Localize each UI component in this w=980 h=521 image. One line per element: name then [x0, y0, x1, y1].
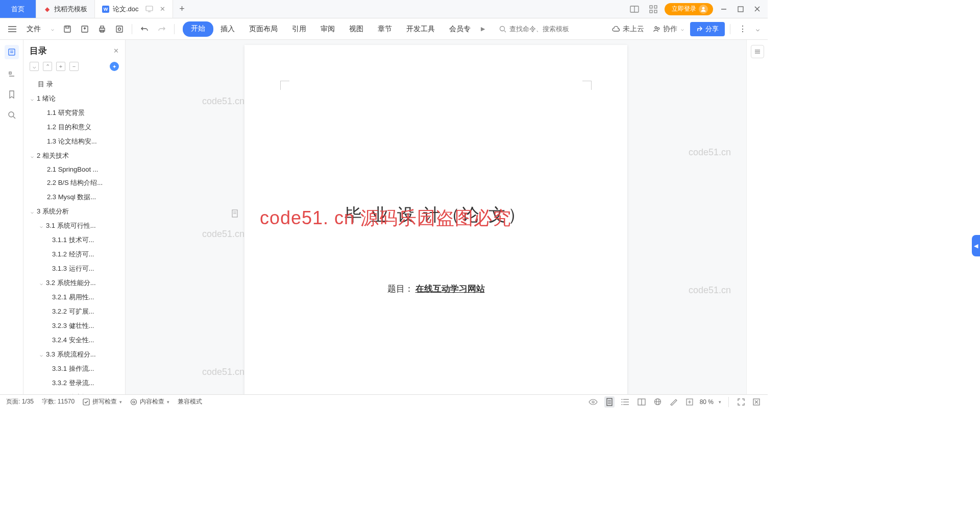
print-icon[interactable]: [95, 23, 109, 35]
zoom-level[interactable]: 80 %: [700, 398, 714, 406]
outline-item[interactable]: ⌵3.2 系统性能分...: [23, 276, 125, 290]
ribbon-tab-start[interactable]: 开始: [183, 21, 213, 37]
toolbar-right: 未上云 协作⌵ 分享 ⋮ ⌵: [609, 22, 763, 36]
page-indicator[interactable]: 页面: 1/35: [6, 397, 34, 406]
more-icon[interactable]: ⋮: [736, 22, 750, 36]
statusbar: 页面: 1/35 字数: 11570 拼写检查▾ 内容检查▾ 兼容模式 80 %…: [0, 394, 768, 409]
outline-item[interactable]: ⌵2 相关技术: [23, 149, 125, 163]
zoom-settings-icon[interactable]: [684, 397, 695, 407]
outline-item[interactable]: ⌵3.3 系统流程分...: [23, 347, 125, 362]
search-input[interactable]: [509, 25, 581, 33]
monitor-icon[interactable]: [145, 6, 153, 12]
add-item-icon[interactable]: +: [56, 62, 65, 71]
svg-point-52: [621, 404, 622, 405]
outline-item[interactable]: 1.1 研究背景: [23, 106, 125, 120]
redo-icon[interactable]: [155, 23, 169, 35]
minimize-icon[interactable]: [717, 4, 730, 15]
outline-item[interactable]: 2.3 Mysql 数据...: [23, 190, 125, 204]
collapse-all-icon[interactable]: ⌵: [30, 62, 39, 71]
outline-item[interactable]: 3.2.3 健壮性...: [23, 319, 125, 333]
export-icon[interactable]: [78, 23, 92, 35]
outline-item[interactable]: 3.3.2 登录流...: [23, 376, 125, 390]
chevron-down-icon[interactable]: ⌵: [48, 24, 57, 34]
ribbon-tab-chapter[interactable]: 章节: [371, 21, 399, 37]
ribbon-tab-layout[interactable]: 页面布局: [242, 21, 285, 37]
tab-home[interactable]: 首页: [0, 0, 36, 18]
outline-item[interactable]: 3.3.3 信息添...: [23, 390, 125, 394]
outline-item[interactable]: 1.2 目的和意义: [23, 120, 125, 134]
outline-item[interactable]: 1.3 论文结构安...: [23, 134, 125, 149]
outline-item[interactable]: 3.2.1 易用性...: [23, 290, 125, 304]
layout-icon[interactable]: [627, 4, 642, 15]
cloud-button[interactable]: 未上云: [609, 22, 647, 36]
right-panel-toggle-icon[interactable]: [751, 45, 764, 58]
save-icon[interactable]: [60, 23, 75, 35]
preview-icon[interactable]: [112, 23, 127, 35]
svg-rect-5: [654, 6, 657, 8]
margin-corner: [280, 81, 289, 90]
svg-point-8: [702, 7, 705, 9]
collab-button[interactable]: 协作⌵: [650, 22, 687, 36]
tab-template[interactable]: ◆ 找稻壳模板: [36, 0, 95, 18]
ruler-icon[interactable]: [668, 397, 679, 407]
collapse-ribbon-icon[interactable]: ⌵: [753, 23, 763, 35]
file-menu[interactable]: 文件: [22, 22, 45, 36]
svg-point-23: [118, 28, 121, 30]
outline-item[interactable]: ⌵3.1 系统可行性...: [23, 219, 125, 233]
command-search[interactable]: [495, 23, 585, 34]
outline-item[interactable]: 3.2.2 可扩展...: [23, 304, 125, 319]
share-button[interactable]: 分享: [690, 22, 725, 36]
word-icon: W: [102, 6, 109, 13]
fullscreen-icon[interactable]: [736, 397, 746, 407]
tab-document[interactable]: W 论文.doc ✕: [95, 0, 173, 18]
bookmark-icon[interactable]: [6, 89, 17, 100]
ribbon-tab-view[interactable]: 视图: [342, 21, 371, 37]
maximize-icon[interactable]: [734, 4, 747, 14]
document-page[interactable]: code51. cn 源码乐园盗图必究 毕 业 设 计（论 文） 题目：在线互动…: [244, 45, 627, 394]
outline-item[interactable]: 2.1 SpringBoot ...: [23, 163, 125, 176]
view-page-icon[interactable]: [604, 396, 615, 408]
spellcheck-button[interactable]: 拼写检查▾: [83, 397, 122, 406]
outline-item[interactable]: ⌵1 绪论: [23, 91, 125, 106]
apps-icon[interactable]: [646, 3, 660, 15]
outline-item[interactable]: 3.3.1 操作流...: [23, 362, 125, 376]
view-web-icon[interactable]: [652, 396, 663, 407]
add-tab-button[interactable]: +: [173, 0, 191, 18]
document-title[interactable]: 毕 业 设 计（论 文）: [285, 203, 586, 227]
ribbon-more-icon[interactable]: ▶: [478, 21, 488, 37]
outline-item[interactable]: 2.2 B/S 结构介绍...: [23, 176, 125, 190]
word-count[interactable]: 字数: 11570: [42, 397, 75, 406]
close-tab-icon[interactable]: ✕: [160, 5, 165, 13]
outline-toggle-icon[interactable]: [5, 45, 19, 59]
document-subject[interactable]: 题目：在线互动学习网站: [285, 283, 586, 295]
outline-item[interactable]: ⌵3 系统分析: [23, 204, 125, 219]
document-canvas[interactable]: code51.cn code51.cn code51.cn code51.cn …: [126, 40, 746, 394]
main-body: 目录 ✕ ⌵ ⌃ + − ✦ 目 录⌵1 绪论1.1 研究背景1.2 目的和意义…: [0, 40, 768, 394]
ribbon-tab-reference[interactable]: 引用: [285, 21, 313, 37]
outline-item[interactable]: 3.1.1 技术可...: [23, 233, 125, 247]
close-outline-icon[interactable]: ✕: [113, 47, 119, 55]
outline-item[interactable]: 目 录: [23, 77, 125, 91]
outline-item[interactable]: 3.1.3 运行可...: [23, 262, 125, 276]
find-icon[interactable]: [6, 109, 17, 121]
ribbon-tab-insert[interactable]: 插入: [213, 21, 242, 37]
content-check-button[interactable]: 内容检查▾: [130, 397, 169, 406]
outline-item[interactable]: 3.1.2 经济可...: [23, 247, 125, 262]
remove-item-icon[interactable]: −: [69, 62, 79, 71]
ribbon-tab-devtools[interactable]: 开发工具: [399, 21, 442, 37]
expand-all-icon[interactable]: ⌃: [43, 62, 52, 71]
outline-item[interactable]: 3.2.4 安全性...: [23, 333, 125, 347]
ribbon-tab-review[interactable]: 审阅: [313, 21, 342, 37]
compat-mode[interactable]: 兼容模式: [178, 397, 202, 406]
eye-icon[interactable]: [587, 397, 599, 407]
view-outline-icon[interactable]: [620, 397, 631, 407]
best-fit-icon[interactable]: [751, 397, 762, 407]
view-reader-icon[interactable]: [636, 397, 647, 407]
ribbon-tab-member[interactable]: 会员专: [442, 21, 478, 37]
undo-icon[interactable]: [137, 23, 152, 35]
login-button[interactable]: 立即登录: [665, 3, 713, 15]
nav-icon[interactable]: [6, 68, 17, 80]
close-window-icon[interactable]: [751, 4, 764, 14]
hamburger-icon[interactable]: [5, 24, 19, 34]
ai-assist-icon[interactable]: ✦: [110, 62, 119, 71]
